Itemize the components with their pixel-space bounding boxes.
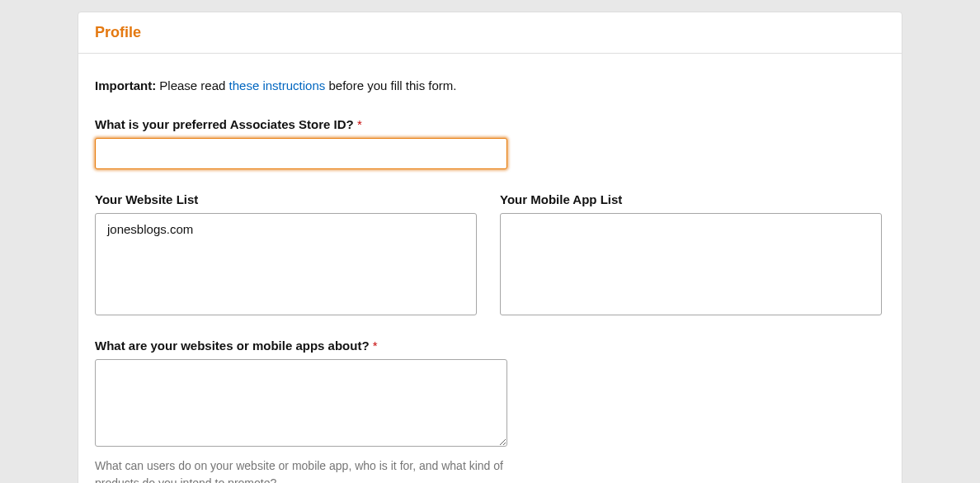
required-asterisk: * [373,339,378,353]
card-title: Profile [95,24,885,41]
important-after: before you fill this form. [325,78,456,92]
website-list-value: jonesblogs.com [107,222,193,236]
profile-card: Profile Important: Please read these ins… [78,12,902,483]
important-before: Please read [156,78,229,92]
important-notice: Important: Please read these instruction… [95,78,885,92]
website-list-label: Your Website List [95,192,477,206]
instructions-link[interactable]: these instructions [229,78,326,92]
store-id-label-text: What is your preferred Associates Store … [95,117,357,131]
website-list-field: Your Website List jonesblogs.com [95,192,477,315]
about-label-text: What are your websites or mobile apps ab… [95,339,373,353]
card-header: Profile [78,12,902,54]
about-field: What are your websites or mobile apps ab… [95,339,885,483]
about-textarea[interactable] [95,359,507,447]
important-prefix: Important: [95,78,156,92]
mobile-app-list-label: Your Mobile App List [500,192,882,206]
card-body: Important: Please read these instruction… [78,54,902,483]
store-id-input[interactable] [95,138,507,169]
store-id-label: What is your preferred Associates Store … [95,117,885,131]
about-help-text: What can users do on your website or mob… [95,457,507,483]
required-asterisk: * [357,117,362,131]
about-label: What are your websites or mobile apps ab… [95,339,885,353]
mobile-app-list-box[interactable] [500,213,882,315]
store-id-field: What is your preferred Associates Store … [95,117,885,169]
website-list-box[interactable]: jonesblogs.com [95,213,477,315]
mobile-app-list-field: Your Mobile App List [500,192,882,315]
